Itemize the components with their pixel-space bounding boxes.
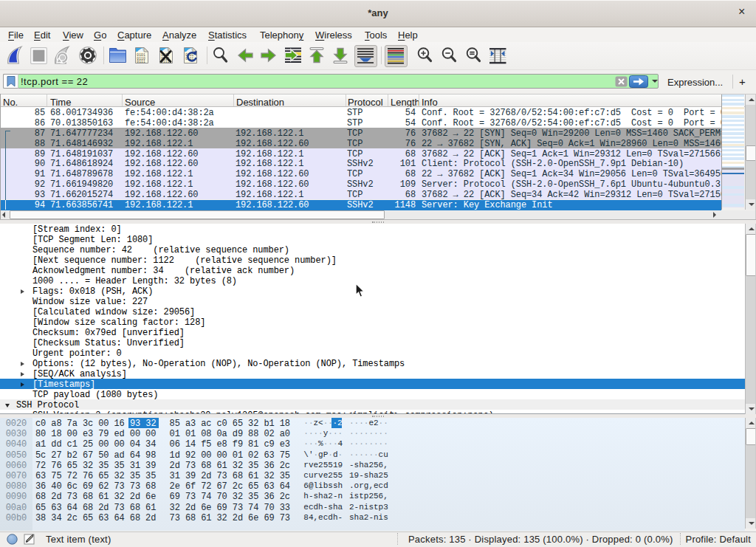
svg-text:0111: 0111 <box>137 60 145 63</box>
